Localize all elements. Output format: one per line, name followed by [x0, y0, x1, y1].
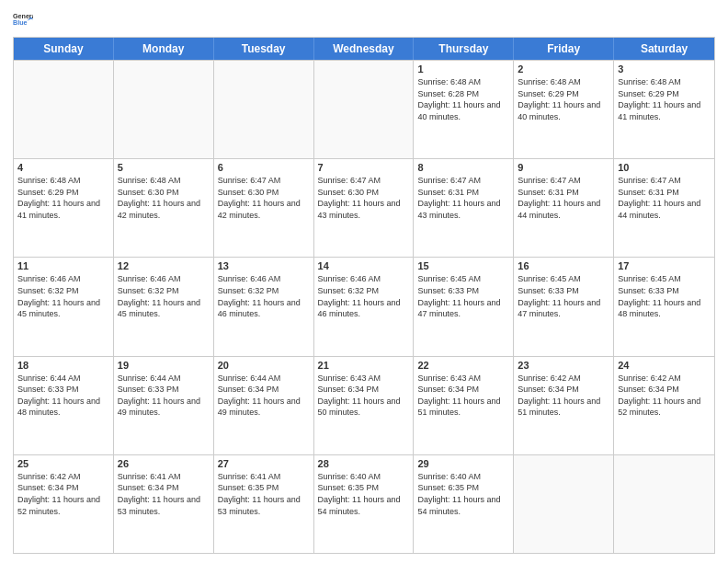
day-number: 25 [17, 458, 109, 469]
cal-cell: 16Sunrise: 6:45 AMSunset: 6:33 PMDayligh… [514, 258, 614, 355]
day-number: 28 [318, 458, 410, 469]
sun-info: Sunrise: 6:47 AMSunset: 6:31 PMDaylight:… [518, 175, 609, 221]
day-number: 19 [118, 360, 210, 371]
cal-cell [514, 455, 614, 553]
day-number: 9 [518, 162, 609, 173]
day-header-friday: Friday [514, 38, 614, 60]
day-number: 11 [17, 260, 109, 271]
cal-cell: 14Sunrise: 6:46 AMSunset: 6:32 PMDayligh… [314, 258, 415, 355]
sun-info: Sunrise: 6:40 AMSunset: 6:35 PMDaylight:… [417, 471, 509, 517]
sun-info: Sunrise: 6:47 AMSunset: 6:30 PMDaylight:… [218, 175, 310, 221]
cal-cell: 15Sunrise: 6:45 AMSunset: 6:33 PMDayligh… [414, 258, 514, 355]
day-header-tuesday: Tuesday [214, 38, 314, 60]
sun-info: Sunrise: 6:43 AMSunset: 6:34 PMDaylight:… [417, 373, 509, 419]
day-header-wednesday: Wednesday [314, 38, 415, 60]
sun-info: Sunrise: 6:42 AMSunset: 6:34 PMDaylight:… [518, 373, 609, 419]
cal-cell: 12Sunrise: 6:46 AMSunset: 6:32 PMDayligh… [114, 258, 214, 355]
cal-cell: 28Sunrise: 6:40 AMSunset: 6:35 PMDayligh… [314, 455, 415, 553]
sun-info: Sunrise: 6:45 AMSunset: 6:33 PMDaylight:… [618, 273, 711, 319]
cal-cell: 4Sunrise: 6:48 AMSunset: 6:29 PMDaylight… [14, 159, 114, 257]
sun-info: Sunrise: 6:47 AMSunset: 6:30 PMDaylight:… [318, 175, 410, 221]
sun-info: Sunrise: 6:48 AMSunset: 6:30 PMDaylight:… [118, 175, 210, 221]
sun-info: Sunrise: 6:45 AMSunset: 6:33 PMDaylight:… [518, 273, 609, 319]
cal-cell: 29Sunrise: 6:40 AMSunset: 6:35 PMDayligh… [414, 455, 514, 553]
logo: General Blue [13, 9, 33, 29]
week-row-3: 11Sunrise: 6:46 AMSunset: 6:32 PMDayligh… [14, 257, 714, 355]
sun-info: Sunrise: 6:43 AMSunset: 6:34 PMDaylight:… [318, 373, 410, 419]
cal-cell [214, 61, 314, 158]
day-number: 23 [518, 360, 609, 371]
day-number: 21 [318, 360, 410, 371]
day-number: 24 [618, 360, 711, 371]
calendar-header: SundayMondayTuesdayWednesdayThursdayFrid… [14, 38, 714, 60]
header: General Blue [13, 9, 715, 29]
cal-cell: 2Sunrise: 6:48 AMSunset: 6:29 PMDaylight… [514, 61, 614, 158]
day-number: 15 [417, 260, 509, 271]
sun-info: Sunrise: 6:40 AMSunset: 6:35 PMDaylight:… [318, 471, 410, 517]
cal-cell: 17Sunrise: 6:45 AMSunset: 6:33 PMDayligh… [614, 258, 714, 355]
day-header-sunday: Sunday [14, 38, 114, 60]
sun-info: Sunrise: 6:48 AMSunset: 6:29 PMDaylight:… [17, 175, 109, 221]
day-number: 18 [17, 360, 109, 371]
page: General Blue SundayMondayTuesdayWednesda… [0, 0, 728, 563]
sun-info: Sunrise: 6:41 AMSunset: 6:34 PMDaylight:… [118, 471, 210, 517]
cal-cell [314, 61, 415, 158]
cal-cell: 3Sunrise: 6:48 AMSunset: 6:29 PMDaylight… [614, 61, 714, 158]
sun-info: Sunrise: 6:44 AMSunset: 6:33 PMDaylight:… [118, 373, 210, 419]
day-number: 29 [417, 458, 509, 469]
day-number: 22 [417, 360, 509, 371]
cal-cell [14, 61, 114, 158]
day-number: 20 [218, 360, 310, 371]
week-row-1: 1Sunrise: 6:48 AMSunset: 6:28 PMDaylight… [14, 60, 714, 158]
day-number: 4 [17, 162, 109, 173]
sun-info: Sunrise: 6:48 AMSunset: 6:29 PMDaylight:… [618, 76, 711, 122]
cal-cell: 11Sunrise: 6:46 AMSunset: 6:32 PMDayligh… [14, 258, 114, 355]
logo-icon: General Blue [13, 9, 33, 29]
cal-cell: 22Sunrise: 6:43 AMSunset: 6:34 PMDayligh… [414, 357, 514, 454]
sun-info: Sunrise: 6:48 AMSunset: 6:28 PMDaylight:… [417, 76, 509, 122]
cal-cell: 19Sunrise: 6:44 AMSunset: 6:33 PMDayligh… [114, 357, 214, 454]
day-number: 6 [218, 162, 310, 173]
cal-cell: 8Sunrise: 6:47 AMSunset: 6:31 PMDaylight… [414, 159, 514, 257]
svg-text:Blue: Blue [13, 19, 28, 27]
day-number: 27 [218, 458, 310, 469]
cal-cell: 10Sunrise: 6:47 AMSunset: 6:31 PMDayligh… [614, 159, 714, 257]
sun-info: Sunrise: 6:47 AMSunset: 6:31 PMDaylight:… [618, 175, 711, 221]
day-number: 2 [518, 63, 609, 75]
sun-info: Sunrise: 6:45 AMSunset: 6:33 PMDaylight:… [417, 273, 509, 319]
sun-info: Sunrise: 6:42 AMSunset: 6:34 PMDaylight:… [618, 373, 711, 419]
cal-cell: 5Sunrise: 6:48 AMSunset: 6:30 PMDaylight… [114, 159, 214, 257]
sun-info: Sunrise: 6:47 AMSunset: 6:31 PMDaylight:… [417, 175, 509, 221]
day-number: 3 [618, 63, 711, 75]
cal-cell: 9Sunrise: 6:47 AMSunset: 6:31 PMDaylight… [514, 159, 614, 257]
cal-cell: 21Sunrise: 6:43 AMSunset: 6:34 PMDayligh… [314, 357, 415, 454]
day-number: 1 [417, 63, 509, 75]
week-row-4: 18Sunrise: 6:44 AMSunset: 6:33 PMDayligh… [14, 356, 714, 454]
cal-cell [614, 455, 714, 553]
cal-cell: 24Sunrise: 6:42 AMSunset: 6:34 PMDayligh… [614, 357, 714, 454]
day-number: 10 [618, 162, 711, 173]
day-number: 7 [318, 162, 410, 173]
day-number: 5 [118, 162, 210, 173]
cal-cell: 27Sunrise: 6:41 AMSunset: 6:35 PMDayligh… [214, 455, 314, 553]
day-number: 14 [318, 260, 410, 271]
sun-info: Sunrise: 6:46 AMSunset: 6:32 PMDaylight:… [218, 273, 310, 319]
calendar: SundayMondayTuesdayWednesdayThursdayFrid… [13, 37, 715, 554]
day-number: 26 [118, 458, 210, 469]
cal-cell: 25Sunrise: 6:42 AMSunset: 6:34 PMDayligh… [14, 455, 114, 553]
week-row-5: 25Sunrise: 6:42 AMSunset: 6:34 PMDayligh… [14, 454, 714, 553]
day-number: 17 [618, 260, 711, 271]
sun-info: Sunrise: 6:44 AMSunset: 6:34 PMDaylight:… [218, 373, 310, 419]
day-header-saturday: Saturday [614, 38, 714, 60]
cal-cell: 26Sunrise: 6:41 AMSunset: 6:34 PMDayligh… [114, 455, 214, 553]
calendar-body: 1Sunrise: 6:48 AMSunset: 6:28 PMDaylight… [14, 60, 714, 553]
sun-info: Sunrise: 6:46 AMSunset: 6:32 PMDaylight:… [118, 273, 210, 319]
day-header-monday: Monday [114, 38, 214, 60]
cal-cell: 20Sunrise: 6:44 AMSunset: 6:34 PMDayligh… [214, 357, 314, 454]
cal-cell [114, 61, 214, 158]
sun-info: Sunrise: 6:46 AMSunset: 6:32 PMDaylight:… [17, 273, 109, 319]
sun-info: Sunrise: 6:42 AMSunset: 6:34 PMDaylight:… [17, 471, 109, 517]
sun-info: Sunrise: 6:46 AMSunset: 6:32 PMDaylight:… [318, 273, 410, 319]
cal-cell: 7Sunrise: 6:47 AMSunset: 6:30 PMDaylight… [314, 159, 415, 257]
sun-info: Sunrise: 6:48 AMSunset: 6:29 PMDaylight:… [518, 76, 609, 122]
